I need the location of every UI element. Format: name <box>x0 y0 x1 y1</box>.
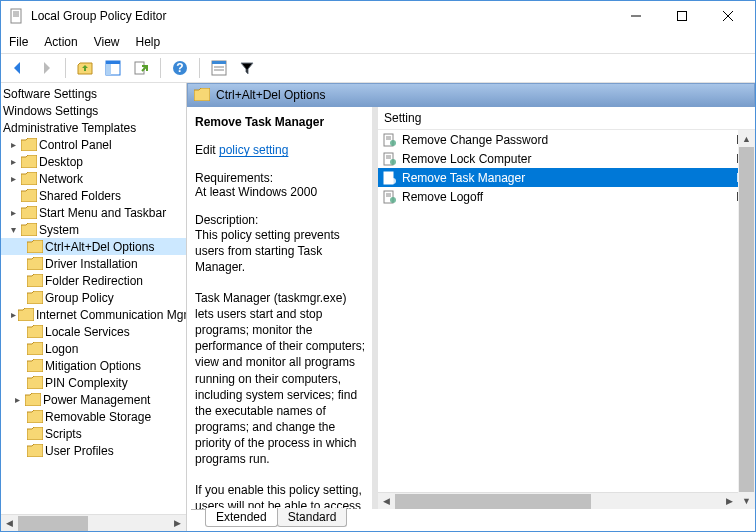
folder-icon <box>25 393 41 407</box>
menu-file[interactable]: File <box>9 35 28 49</box>
folder-icon <box>27 427 43 441</box>
up-button[interactable] <box>74 57 96 79</box>
show-hide-tree-button[interactable] <box>102 57 124 79</box>
expand-icon[interactable]: ▸ <box>7 173 19 185</box>
back-button[interactable] <box>7 57 29 79</box>
folder-icon <box>21 223 37 237</box>
description-text: If you enable this policy setting, users… <box>195 482 366 509</box>
scroll-right-icon[interactable]: ▶ <box>721 493 738 510</box>
tree-node-shared-folders[interactable]: Shared Folders <box>1 187 186 204</box>
content-header-title: Ctrl+Alt+Del Options <box>216 88 325 102</box>
vertical-scrollbar[interactable]: ▲ ▼ <box>738 130 755 509</box>
tree-node-mitigation-options[interactable]: Mitigation Options <box>1 357 186 374</box>
tree-node[interactable]: Administrative Templates <box>1 119 186 136</box>
minimize-button[interactable] <box>613 1 659 31</box>
tree-node-folder-redirection[interactable]: Folder Redirection <box>1 272 186 289</box>
scroll-left-icon[interactable]: ◀ <box>1 515 18 532</box>
toolbar-separator <box>65 58 66 78</box>
scroll-right-icon[interactable]: ▶ <box>169 515 186 532</box>
setting-label: Remove Change Password <box>402 133 736 147</box>
tree-node-pin-complexity[interactable]: PIN Complexity <box>1 374 186 391</box>
tree-node-start-menu[interactable]: ▸Start Menu and Taskbar <box>1 204 186 221</box>
tree-node-ctrl-alt-del[interactable]: Ctrl+Alt+Del Options <box>1 238 186 255</box>
folder-icon <box>27 291 43 305</box>
description-text: Task Manager (taskmgr.exe) lets users st… <box>195 290 366 468</box>
setting-label: Remove Logoff <box>402 190 736 204</box>
edit-policy-link[interactable]: policy setting <box>219 143 288 157</box>
tree-node-locale-services[interactable]: Locale Services <box>1 323 186 340</box>
tree-node-logon[interactable]: Logon <box>1 340 186 357</box>
policy-icon <box>382 170 398 186</box>
tree-node-driver-installation[interactable]: Driver Installation <box>1 255 186 272</box>
tree-node[interactable]: Windows Settings <box>1 102 186 119</box>
tree-node-scripts[interactable]: Scripts <box>1 425 186 442</box>
tab-standard[interactable]: Standard <box>277 508 348 527</box>
folder-icon <box>18 308 34 322</box>
expand-icon[interactable]: ▸ <box>11 309 16 321</box>
folder-icon <box>27 376 43 390</box>
tree-node-desktop[interactable]: ▸Desktop <box>1 153 186 170</box>
properties-button[interactable] <box>208 57 230 79</box>
scroll-down-icon[interactable]: ▼ <box>738 492 755 509</box>
forward-button[interactable] <box>35 57 57 79</box>
svg-point-25 <box>390 159 396 165</box>
view-tabs: Extended Standard <box>187 509 755 531</box>
svg-point-33 <box>390 197 396 203</box>
tree-node-network[interactable]: ▸Network <box>1 170 186 187</box>
tree-node-group-policy[interactable]: Group Policy <box>1 289 186 306</box>
setting-row[interactable]: Remove Lock ComputerNot <box>378 149 755 168</box>
menu-help[interactable]: Help <box>136 35 161 49</box>
tree-node[interactable]: Software Settings <box>1 85 186 102</box>
svg-text:?: ? <box>176 61 183 75</box>
folder-icon <box>27 240 43 254</box>
title-bar: Local Group Policy Editor <box>1 1 755 31</box>
collapse-icon[interactable]: ▾ <box>7 224 19 236</box>
description-pane: Remove Task Manager Edit policy setting … <box>187 107 372 509</box>
setting-row[interactable]: Remove Task ManagerNot <box>378 168 755 187</box>
setting-row[interactable]: Remove Change PasswordNot <box>378 130 755 149</box>
description-label: Description: <box>195 213 366 227</box>
expand-icon[interactable]: ▸ <box>7 156 19 168</box>
folder-icon <box>21 172 37 186</box>
tree-panel: Software Settings Windows Settings Admin… <box>1 83 187 531</box>
svg-rect-10 <box>106 61 120 64</box>
expand-icon[interactable]: ▸ <box>7 207 19 219</box>
svg-rect-15 <box>212 61 226 64</box>
scroll-left-icon[interactable]: ◀ <box>378 493 395 510</box>
tree-node-system[interactable]: ▾System <box>1 221 186 238</box>
policy-icon <box>382 189 398 205</box>
tab-extended[interactable]: Extended <box>205 508 278 527</box>
tree-node-user-profiles[interactable]: User Profiles <box>1 442 186 459</box>
tree-node-control-panel[interactable]: ▸Control Panel <box>1 136 186 153</box>
column-setting[interactable]: Setting <box>384 111 421 125</box>
svg-point-29 <box>390 178 396 184</box>
close-button[interactable] <box>705 1 751 31</box>
filter-button[interactable] <box>236 57 258 79</box>
scroll-thumb[interactable] <box>739 147 754 492</box>
svg-point-21 <box>390 140 396 146</box>
tree-node-power-management[interactable]: ▸Power Management <box>1 391 186 408</box>
folder-icon <box>27 359 43 373</box>
tree-node-internet-comm[interactable]: ▸Internet Communication Mgmt <box>1 306 186 323</box>
tree[interactable]: Software Settings Windows Settings Admin… <box>1 83 186 514</box>
menu-view[interactable]: View <box>94 35 120 49</box>
folder-icon <box>27 444 43 458</box>
export-button[interactable] <box>130 57 152 79</box>
expand-icon[interactable]: ▸ <box>11 394 23 406</box>
scroll-up-icon[interactable]: ▲ <box>738 130 755 147</box>
scroll-thumb[interactable] <box>395 494 591 509</box>
folder-icon <box>21 155 37 169</box>
list-header[interactable]: Setting <box>378 107 755 130</box>
tree-node-removable-storage[interactable]: Removable Storage <box>1 408 186 425</box>
setting-row[interactable]: Remove LogoffNot <box>378 187 755 206</box>
help-button[interactable]: ? <box>169 57 191 79</box>
folder-icon <box>27 325 43 339</box>
app-icon <box>9 8 25 24</box>
expand-icon[interactable]: ▸ <box>7 139 19 151</box>
maximize-button[interactable] <box>659 1 705 31</box>
menu-action[interactable]: Action <box>44 35 77 49</box>
horizontal-scrollbar[interactable]: ◀ ▶ <box>1 514 186 531</box>
scroll-thumb[interactable] <box>18 516 88 531</box>
toolbar: ? <box>1 53 755 83</box>
horizontal-scrollbar[interactable]: ◀ ▶ <box>378 492 738 509</box>
